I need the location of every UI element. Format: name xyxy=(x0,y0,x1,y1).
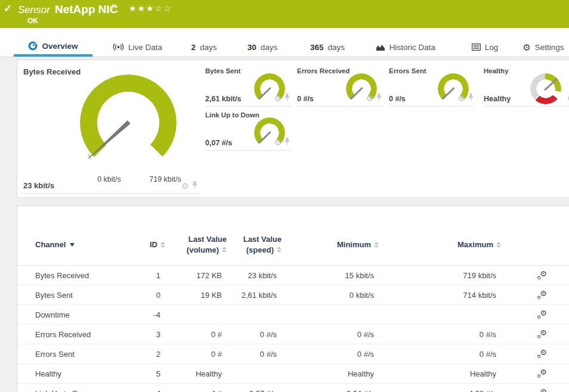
minimum-value: 15 kbit/s xyxy=(282,271,379,280)
column-label: (volume) xyxy=(187,245,219,256)
channel-name[interactable]: Link Up to Down xyxy=(17,389,123,392)
gauge-tools: ⚙ xyxy=(274,137,290,148)
channel-name[interactable]: Errors Received xyxy=(17,330,123,339)
channel-settings-icon[interactable]: ⚙⚙ xyxy=(537,270,547,280)
last-value-volume: 172 KB xyxy=(165,271,227,280)
row-actions: ⚙⚙ xyxy=(501,349,569,359)
last-value-volume: 0 # xyxy=(165,330,227,339)
tab-365-days[interactable]: 365 days xyxy=(305,38,350,57)
column-label: Maximum xyxy=(457,240,493,249)
tab-label: days xyxy=(261,43,278,52)
channel-settings-icon[interactable]: ⚙⚙ xyxy=(537,369,547,378)
column-header-minimum[interactable]: Minimum xyxy=(282,240,379,249)
channel-id: 5 xyxy=(123,369,165,378)
channel-name[interactable]: Downtime xyxy=(17,310,123,319)
tab-2-days[interactable]: 2 days xyxy=(186,38,222,57)
last-value-speed: 0 #/s xyxy=(227,350,282,359)
table-row-downtime: Downtime -4 ⚙⚙ xyxy=(17,305,569,325)
tab-log[interactable]: Log xyxy=(468,38,502,57)
gauge-needle xyxy=(258,87,271,99)
pin-icon[interactable] xyxy=(468,93,474,104)
pin-icon[interactable] xyxy=(284,93,290,104)
tab-30-days[interactable]: 30 days xyxy=(243,38,282,57)
column-header-id[interactable]: ID xyxy=(123,240,165,249)
gauge-needle-layer xyxy=(80,74,177,171)
tab-label: Log xyxy=(485,43,499,52)
tab-historic-data[interactable]: Historic Data xyxy=(370,38,441,57)
channel-settings-icon[interactable]: ⚙⚙ xyxy=(537,329,547,339)
gauge-max-label: 719 kbit/s xyxy=(143,175,187,183)
maximum-value: 714 kbit/s xyxy=(379,291,501,300)
column-header-last-value-speed[interactable]: Last Value (speed) xyxy=(227,234,282,255)
gear-icon[interactable]: ⚙ xyxy=(457,94,465,102)
sort-icon xyxy=(374,242,379,248)
primary-gauge-bytes-received: Bytes Received x̄ 0 kbit/s 719 kbit/s 23… xyxy=(17,60,200,198)
sort-icon xyxy=(222,247,227,253)
column-header-maximum[interactable]: Maximum xyxy=(379,240,501,249)
channel-name[interactable]: Bytes Received xyxy=(17,271,123,280)
gauge-title: Errors Sent xyxy=(389,67,426,74)
broadcast-icon xyxy=(113,43,124,51)
channel-settings-icon[interactable]: ⚙⚙ xyxy=(537,388,547,392)
mini-gauge-bytes-sent: Bytes Sent 2,61 kbit/s ⚙ xyxy=(205,66,291,107)
channel-name[interactable]: Healthy xyxy=(17,369,123,378)
tab-live-data[interactable]: Live Data xyxy=(106,38,169,57)
sort-icon xyxy=(496,242,501,248)
tab-settings[interactable]: ⚙ Settings xyxy=(518,38,569,57)
priority-stars[interactable]: ★★★☆☆ xyxy=(129,4,172,13)
pin-icon[interactable] xyxy=(192,181,197,191)
gauge-value: 0 #/s xyxy=(389,95,406,103)
channel-settings-icon[interactable]: ⚙⚙ xyxy=(537,290,547,300)
column-label: Minimum xyxy=(337,240,371,249)
gear-icon[interactable]: ⚙ xyxy=(567,94,569,102)
tab-bar: Overview Live Data 2 days 30 xyxy=(0,28,569,57)
gear-icon[interactable]: ⚙ xyxy=(181,182,189,190)
tab-label: Live Data xyxy=(128,43,162,52)
gauge-tools: ⚙ xyxy=(366,93,382,104)
minimum-value: 0 kbit/s xyxy=(282,291,379,300)
channel-settings-icon[interactable]: ⚙⚙ xyxy=(537,349,547,359)
gear-icon[interactable]: ⚙ xyxy=(366,94,373,102)
gauge-value: 23 kbit/s xyxy=(23,181,54,190)
column-label: (speed) xyxy=(246,245,274,256)
mini-gauge-healthy: Healthy Healthy ⚙ xyxy=(484,66,569,107)
pin-icon[interactable] xyxy=(376,93,382,104)
row-actions: ⚙⚙ xyxy=(501,329,569,339)
tab-number: 365 xyxy=(310,43,324,52)
table-row-healthy: Healthy 5 Healthy Healthy Healthy ⚙⚙ xyxy=(17,364,569,384)
gauge-icon xyxy=(28,41,38,51)
channel-id: 0 xyxy=(123,291,165,300)
gear-icon[interactable]: ⚙ xyxy=(274,138,282,147)
sensor-name: NetApp NIC xyxy=(55,3,118,16)
gauges-panel: Bytes Received x̄ 0 kbit/s 719 kbit/s 23… xyxy=(17,60,569,198)
channel-id: 4 xyxy=(123,389,165,392)
minimum-value: 0 #/s xyxy=(282,350,379,359)
table-row-link-up-to-down: Link Up to Down 4 4 # 0,07 #/s 0,04 #/s … xyxy=(17,384,569,392)
maximum-value: Healthy xyxy=(379,369,501,378)
gear-icon[interactable]: ⚙ xyxy=(274,94,282,102)
maximum-value: 4,08 #/s xyxy=(379,389,501,392)
channel-settings-icon[interactable]: ⚙⚙ xyxy=(537,310,547,319)
channel-id: 1 xyxy=(123,271,165,280)
pin-icon[interactable] xyxy=(284,137,290,148)
last-value-volume: 0 # xyxy=(165,350,227,359)
prtg-sensor-page: ✓ Sensor NetApp NIC ⚐ ★★★☆☆ OK Overview xyxy=(0,0,569,392)
gauge-tools: ⚙ xyxy=(274,93,290,104)
gauge-needle-layer xyxy=(530,73,561,104)
row-actions: ⚙⚙ xyxy=(501,290,569,300)
tab-overview[interactable]: Overview xyxy=(14,38,92,57)
last-value-volume: Healthy xyxy=(165,369,227,378)
column-header-last-value-volume[interactable]: Last Value (volume) xyxy=(165,234,227,255)
table-row-errors-sent: Errors Sent 2 0 # 0 #/s 0 #/s 0 #/s ⚙⚙ xyxy=(17,344,569,364)
tab-number: 30 xyxy=(248,43,256,52)
maximum-value: 719 kbit/s xyxy=(379,271,501,280)
gauge-needle xyxy=(442,87,455,99)
gauge-value: 0,07 #/s xyxy=(205,139,232,147)
channel-name[interactable]: Bytes Sent xyxy=(17,291,123,300)
column-header-channel[interactable]: Channel xyxy=(17,240,123,249)
table-row-bytes-received: Bytes Received 1 172 KB 23 kbit/s 15 kbi… xyxy=(17,266,569,285)
tab-label: days xyxy=(328,43,345,52)
separator xyxy=(18,193,199,194)
channel-name[interactable]: Errors Sent xyxy=(17,350,123,359)
table-body: Bytes Received 1 172 KB 23 kbit/s 15 kbi… xyxy=(17,266,569,392)
